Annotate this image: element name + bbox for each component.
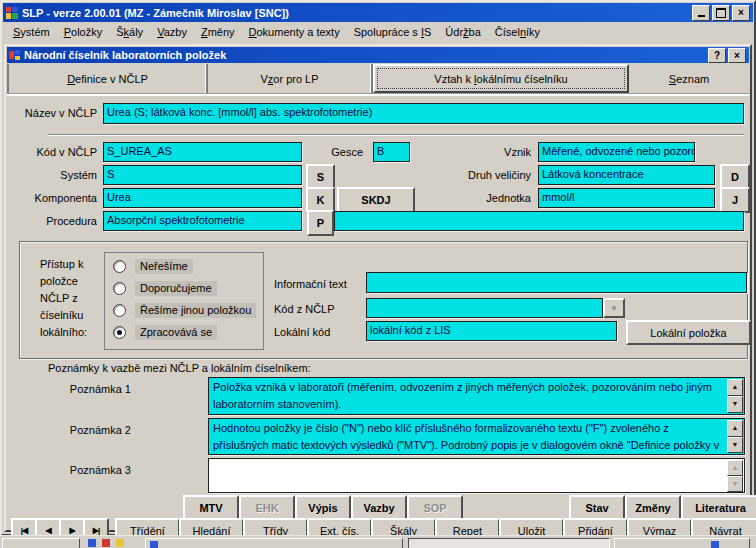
vznik-label: Vznik [443,146,531,158]
dialog-close-icon: × [734,50,740,61]
menu-item-udrzba[interactable]: Údržba [438,24,487,41]
minimize-icon [698,15,705,17]
first-record-icon: |◀ [21,526,27,535]
access-label: Přístup k položce NČLP z číselníku lokál… [40,256,87,341]
task-icon [150,541,158,548]
maximize-button[interactable] [712,5,730,21]
help-icon: ? [714,50,720,61]
vypis-button[interactable]: Výpis [295,495,351,520]
menu-item-skaly[interactable]: Škály [109,24,150,41]
ehk-button: EHK [239,495,295,520]
poznamka2-field[interactable]: Hodnotou položky je číslo ("N") nebo klí… [208,418,745,455]
taskbar-start-button[interactable] [2,538,80,548]
menu-item-polozky[interactable]: Položky [57,24,110,41]
lokalni-polozka-button[interactable]: Lokální položka [626,320,751,345]
system-label: Systém [9,169,97,181]
jednotka-label: Jednotka [443,192,531,204]
kod-field[interactable]: S_UREA_AS [103,142,302,162]
last-record-icon: ▶| [93,526,99,535]
procedura-lookup-button[interactable]: P [307,210,334,236]
dialog-icon [9,49,21,61]
radio-icon [113,260,126,273]
close-button[interactable]: × [732,5,750,21]
vznik-field[interactable]: Měřené, odvozené nebo pozorované ve [538,142,695,162]
druh-veliciny-field[interactable]: Látková koncentrace [538,165,715,185]
sop-button: SOP [407,495,463,520]
prev-record-icon: ◀ [45,526,50,535]
nazev-field[interactable]: Urea (S; látková konc. [mmol/l] abs. spe… [103,103,744,124]
procedura-extra-field[interactable] [334,211,744,231]
komponenta-field[interactable]: Urea [103,188,302,208]
poznamka2-label: Poznámka 2 [33,424,131,436]
menu-item-spoluprace[interactable]: Spolupráce s IS [347,24,439,41]
jednotka-lookup-button[interactable]: J [720,187,750,213]
tab-seznam[interactable]: Seznam [629,64,749,93]
dialog-close-button[interactable]: × [728,48,746,63]
literatura-button[interactable]: Literatura [681,495,756,520]
quicklaunch-icon[interactable] [88,539,96,547]
taskbar [0,535,756,548]
komponenta-label: Komponenta [9,192,97,204]
kod-z-nclp-label: Kód z NČLP [274,303,335,315]
poznamka2-scrollbar[interactable]: ▲ ▼ [727,420,743,453]
gesce-label: Gesce [303,146,363,158]
skdj-button[interactable]: SKDJ [337,187,415,213]
radio-zpracovava-se[interactable]: Zpracovává se [113,325,217,340]
radio-checked-icon [113,326,126,339]
informacni-text-field[interactable] [366,272,747,293]
menu-item-dokumenty[interactable]: Dokumenty a texty [242,24,347,41]
poznamka3-scrollbar: ▲ ▼ [727,460,743,491]
minimize-button[interactable] [692,5,710,21]
menu-item-system[interactable]: Systém [6,24,57,41]
kod-z-nclp-dropdown-button[interactable]: ▼ [603,298,625,318]
tab-definice-v-nclp[interactable]: Definice v NČLP [7,64,208,93]
system-field[interactable]: S [103,165,302,185]
zmeny-button[interactable]: Změny [625,495,681,520]
scroll-down-icon[interactable]: ▼ [727,396,743,413]
poznamka3-field[interactable]: ▲ ▼ [208,458,745,493]
taskbar-task-button-active[interactable] [408,538,610,548]
next-record-icon: ▶ [69,526,74,535]
app-window: SLP - verze 2.00.01 (MZ - Zámečník Miros… [0,0,756,536]
tab-vzor-pro-lp[interactable]: Vzor pro LP [208,64,373,93]
radio-icon [113,282,126,295]
informacni-text-label: Informační text [274,278,347,290]
radio-neresime[interactable]: Neřešíme [113,259,193,274]
menu-item-ciselniky[interactable]: Číselníky [488,24,547,41]
close-icon: × [738,7,744,18]
window-titlebar: SLP - verze 2.00.01 (MZ - Zámečník Miros… [3,3,753,22]
poznamka1-scrollbar[interactable]: ▲ ▼ [727,379,743,413]
app-icon [5,6,19,20]
vazby-button[interactable]: Vazby [351,495,407,520]
scroll-down-icon[interactable]: ▼ [727,437,743,454]
quicklaunch-icon[interactable] [116,539,124,547]
menu-item-vazby[interactable]: Vazby [150,24,194,41]
mtv-button[interactable]: MTV [183,495,239,520]
poznamka1-field[interactable]: Položka vzniká v laboratoři (měřením, od… [208,377,745,415]
lokalni-kod-field[interactable]: lokální kód z LIS [366,321,617,341]
menu-item-zmeny[interactable]: Změny [194,24,242,41]
taskbar-task-button[interactable] [145,538,403,548]
gesce-field[interactable]: B [373,142,410,162]
nazev-label: Název v NČLP [9,107,97,119]
jednotka-field[interactable]: mmol/l [538,188,715,208]
poznamka3-label: Poznámka 3 [33,464,131,476]
druh-veliciny-label: Druh veličiny [433,169,531,181]
window-title: SLP - verze 2.00.01 (MZ - Zámečník Miros… [22,7,689,19]
quicklaunch-icon[interactable] [102,539,110,547]
access-groupbox: Přístup k položce NČLP z číselníku lokál… [19,241,748,359]
divider [48,134,744,136]
procedura-label: Procedura [9,215,97,227]
radio-resime-jinou-polozkou[interactable]: Řešíme jinou položkou [113,303,256,318]
radio-doporucujeme[interactable]: Doporučujeme [113,281,217,296]
scroll-up-icon[interactable]: ▲ [727,420,743,437]
help-button[interactable]: ? [708,48,726,63]
kod-z-nclp-field[interactable] [366,298,603,318]
tab-vztah-k-lokalnimu-ciselniku[interactable]: Vztah k lokálnímu číselníku [373,64,629,93]
scroll-up-icon[interactable]: ▲ [727,379,743,396]
procedura-field[interactable]: Absorpční spektrofotometrie [103,211,302,231]
tray-icon [711,541,719,548]
dialog-window: Národní číselník laboratorních položek ?… [4,44,752,532]
taskbar-tray[interactable] [614,538,750,548]
stav-button[interactable]: Stav [569,495,625,520]
